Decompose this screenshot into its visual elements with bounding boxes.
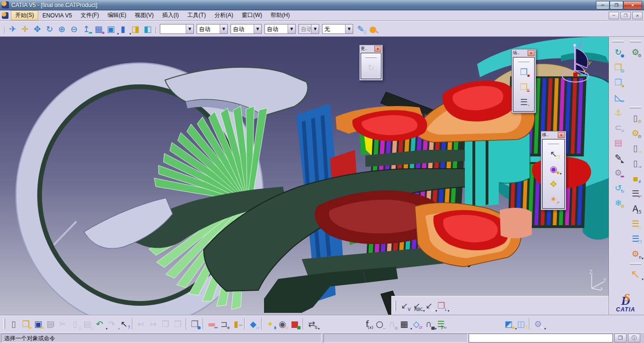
zoom-out-icon[interactable]: ⊖: [68, 23, 80, 35]
normal-view-icon[interactable]: ↥▬: [80, 23, 92, 35]
rendering-icon[interactable]: ◉▭: [276, 318, 289, 330]
measure-between-icon[interactable]: ↙V: [398, 300, 411, 312]
new-component-icon[interactable]: ❒▪: [612, 76, 624, 88]
component-filter-icon[interactable]: ▪✗: [629, 172, 642, 184]
isometric-view-icon[interactable]: ▣▾: [105, 23, 117, 35]
options-pointer-icon[interactable]: ⚙↖▾: [532, 318, 544, 330]
render-mode-combo[interactable]: 自动▼: [298, 24, 319, 34]
generate-numbering-icon[interactable]: A15: [629, 202, 642, 214]
mechanical-tool-icon[interactable]: ⚙▬: [612, 166, 624, 179]
product-structure-icon[interactable]: ☰❒: [629, 232, 642, 245]
design-table-icon[interactable]: ▦▾: [398, 318, 410, 330]
3d-viewport[interactable]: Z y x Z y x 更.. x ↻↺ 场.. x ❒▪❒⇊☰↷: [0, 37, 609, 315]
fix-constraint-icon[interactable]: ⚓: [612, 106, 624, 118]
export-doc-icon[interactable]: ▯→: [629, 157, 642, 169]
mdi-close-button[interactable]: ×: [632, 12, 643, 19]
open-icon[interactable]: ❒▬: [20, 318, 32, 330]
layer-combo-dropdown-icon[interactable]: ▼: [345, 24, 353, 33]
measure-between-tool-icon[interactable]: ▬↔: [206, 318, 218, 330]
menu-analyze[interactable]: 分析(A): [210, 10, 238, 20]
new-document-icon[interactable]: ▯: [8, 318, 20, 330]
toolbar-grip[interactable]: [612, 41, 624, 42]
power-input-field[interactable]: [469, 334, 613, 343]
menu-tools[interactable]: 工具(T): [183, 10, 210, 20]
point-symbol-combo[interactable]: 自动▼: [264, 24, 296, 34]
pan-icon[interactable]: ✥: [31, 23, 43, 35]
angle-constraint-icon[interactable]: ◺▬: [612, 91, 624, 103]
toolbar-grip[interactable]: [630, 263, 641, 265]
thickness-combo[interactable]: 自动▼: [231, 24, 262, 34]
render-mode-combo-dropdown-icon[interactable]: ▼: [311, 24, 319, 33]
sectioning-icon[interactable]: ❒↓▾: [435, 300, 447, 312]
import-doc-icon[interactable]: ▯→: [629, 142, 642, 154]
rotate-icon[interactable]: ↻: [43, 23, 56, 35]
sketcher-icon[interactable]: ✎◣: [612, 151, 624, 163]
mass-properties-icon[interactable]: ▮▔: [230, 318, 242, 330]
formula-icon[interactable]: f(x): [361, 318, 373, 330]
bom-icon[interactable]: ☰▭: [629, 217, 642, 229]
catalog-browser-icon[interactable]: ◩▪▾: [503, 318, 515, 330]
menu-edit[interactable]: 编辑(E): [103, 10, 131, 20]
scenes-toolbar-close-icon[interactable]: x: [528, 50, 535, 56]
toolbar-grip[interactable]: [3, 318, 5, 329]
toolbar-grip[interactable]: [518, 60, 529, 62]
automation-gears-icon[interactable]: ⚙⚙: [629, 127, 642, 139]
parameters-icon[interactable]: ⚙n▾: [629, 247, 642, 260]
enhanced-scene-icon[interactable]: ❒▪: [518, 65, 530, 78]
menu-view[interactable]: 视图(V): [131, 10, 158, 20]
toolbar-grip[interactable]: [630, 41, 641, 42]
measure-item-icon[interactable]: ⊐◆: [218, 318, 230, 330]
3d-compass[interactable]: Z y x: [558, 40, 594, 83]
menu-window[interactable]: 窗口(W): [238, 10, 266, 20]
fit-all-in-icon[interactable]: ✛: [19, 23, 31, 35]
menu-help[interactable]: 帮助(H): [266, 10, 294, 20]
toolbar-grip[interactable]: [394, 301, 396, 311]
painter-icon[interactable]: ●✎: [367, 23, 379, 35]
simulation-icon[interactable]: ⚙⚙: [629, 46, 642, 58]
close-button[interactable]: ×: [623, 1, 642, 9]
linetype-combo-dropdown-icon[interactable]: ▼: [220, 24, 227, 33]
whats-this-icon[interactable]: ↖?: [118, 318, 130, 330]
menu-start[interactable]: 开始(S): [11, 10, 38, 20]
render-style-icon[interactable]: ▮▾: [117, 23, 129, 35]
save-icon[interactable]: ▣▬: [32, 318, 44, 330]
move-floating-toolbar[interactable]: 移.. x ↖❒◉◆▾✥✴↗: [541, 131, 566, 210]
thickness-combo-dropdown-icon[interactable]: ▼: [254, 24, 261, 33]
snap-icon[interactable]: ◉◆▾: [547, 163, 560, 175]
toolbar-grip[interactable]: [548, 142, 559, 144]
toolbar-grip[interactable]: [365, 56, 377, 58]
scene-doc-icon[interactable]: ▯⚙: [629, 112, 642, 124]
hide-show-icon[interactable]: ◨: [129, 23, 141, 35]
menu-file[interactable]: 文件(F): [76, 10, 103, 20]
dialog-collapse-button[interactable]: ❐: [614, 334, 627, 343]
check-rules-icon[interactable]: ☰}=: [435, 318, 447, 330]
select-icon[interactable]: ↖▾: [629, 268, 642, 280]
fly-mode-icon[interactable]: ✈: [7, 23, 19, 35]
flag-note-icon[interactable]: ↙▷▾: [423, 300, 435, 312]
copy-graphic-properties-icon[interactable]: ✎☰: [355, 23, 367, 35]
scenes-floating-toolbar[interactable]: 场.. x ❒▪❒⇊☰↷: [512, 49, 536, 113]
layer-combo[interactable]: 无▼: [322, 24, 353, 34]
graphic-color-combo-dropdown-icon[interactable]: ▼: [186, 24, 193, 33]
zoom-in-icon[interactable]: ⊕: [56, 23, 68, 35]
document-icon[interactable]: [2, 12, 8, 19]
assembly-symmetry-icon[interactable]: ↺↻: [612, 181, 624, 194]
manipulation-icon[interactable]: ↖❒: [547, 147, 560, 160]
toolbar-grip[interactable]: [3, 27, 4, 33]
apply-material-icon[interactable]: ■■: [289, 318, 301, 330]
scene-browser-icon[interactable]: ☰↷: [518, 96, 530, 108]
compare-products-icon[interactable]: ◫❒: [515, 318, 527, 330]
relations-icon[interactable]: ◇⇄: [410, 318, 422, 330]
swap-visible-space-icon[interactable]: ◧: [141, 23, 154, 35]
text-leader-icon[interactable]: ↙ABC▾: [411, 300, 423, 312]
minimize-button[interactable]: ─: [596, 1, 610, 9]
toolbar-grip[interactable]: [630, 106, 641, 108]
graphic-color-combo[interactable]: ▼: [160, 24, 194, 34]
mdi-restore-button[interactable]: ❐: [620, 12, 631, 19]
menu-enovia[interactable]: ENOVIA V5: [38, 11, 76, 20]
fix-together-icon[interactable]: ▤: [612, 136, 624, 148]
explode-icon[interactable]: ✥: [547, 178, 560, 190]
light-sources-icon[interactable]: ✦◗: [264, 318, 276, 330]
menu-insert[interactable]: 插入(I): [158, 10, 183, 20]
move-toolbar-close-icon[interactable]: x: [558, 132, 565, 138]
